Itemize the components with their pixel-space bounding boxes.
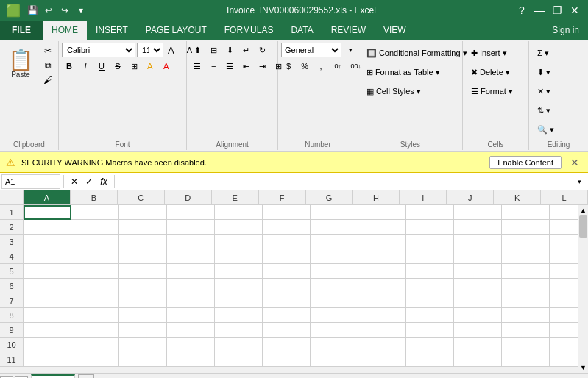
data-tab[interactable]: DATA bbox=[282, 21, 322, 40]
cell-I10[interactable] bbox=[406, 338, 454, 352]
cell-E7[interactable] bbox=[215, 293, 263, 308]
row-header-9[interactable]: 9 bbox=[0, 323, 24, 338]
cell-D7[interactable] bbox=[167, 293, 215, 308]
cell-A9[interactable] bbox=[24, 323, 71, 338]
autosum-btn[interactable]: Σ ▾ bbox=[532, 44, 559, 62]
delete-btn[interactable]: ✖ Delete ▾ bbox=[466, 63, 518, 81]
col-header-L[interactable]: L bbox=[541, 190, 588, 204]
cell-D1[interactable] bbox=[167, 205, 215, 220]
cell-I7[interactable] bbox=[406, 293, 454, 308]
font-color-btn[interactable]: A̲ bbox=[159, 59, 174, 74]
cell-L7[interactable] bbox=[550, 293, 578, 308]
borders-btn[interactable]: ⊞ bbox=[127, 59, 141, 74]
cell-B3[interactable] bbox=[71, 235, 119, 249]
cancel-formula-btn[interactable]: ✕ bbox=[67, 174, 82, 189]
align-bottom-btn[interactable]: ⬇ bbox=[222, 43, 237, 57]
cell-J8[interactable] bbox=[454, 308, 502, 323]
cell-L3[interactable] bbox=[550, 235, 578, 249]
cell-C4[interactable] bbox=[119, 249, 167, 264]
cell-H10[interactable] bbox=[358, 338, 406, 352]
cell-C11[interactable] bbox=[119, 352, 167, 367]
cell-A10[interactable] bbox=[24, 338, 71, 352]
col-header-K[interactable]: K bbox=[494, 190, 541, 204]
cell-A5[interactable] bbox=[24, 264, 71, 279]
scroll-track[interactable] bbox=[578, 215, 588, 363]
cell-D2[interactable] bbox=[167, 220, 215, 235]
cell-F4[interactable] bbox=[263, 249, 311, 264]
page-layout-tab[interactable]: PAGE LAYOUT bbox=[137, 21, 216, 40]
font-size-select[interactable]: 11 bbox=[137, 43, 163, 57]
cell-J2[interactable] bbox=[454, 220, 502, 235]
col-header-E[interactable]: E bbox=[212, 190, 259, 204]
strikethrough-btn[interactable]: S bbox=[110, 59, 125, 74]
cell-A8[interactable] bbox=[24, 308, 71, 323]
cell-J11[interactable] bbox=[454, 352, 502, 367]
cell-D4[interactable] bbox=[167, 249, 215, 264]
cell-H3[interactable] bbox=[358, 235, 406, 249]
corner-cell[interactable] bbox=[0, 190, 24, 204]
cell-K7[interactable] bbox=[502, 293, 550, 308]
minimize-btn[interactable]: — bbox=[532, 3, 547, 18]
cell-F5[interactable] bbox=[263, 264, 311, 279]
col-header-A[interactable]: A bbox=[24, 190, 71, 204]
cell-G3[interactable] bbox=[311, 235, 358, 249]
row-header-1[interactable]: 1 bbox=[0, 205, 24, 220]
cell-K9[interactable] bbox=[502, 323, 550, 338]
cell-B11[interactable] bbox=[71, 352, 119, 367]
cell-A3[interactable] bbox=[24, 235, 71, 249]
underline-btn[interactable]: U bbox=[94, 59, 109, 74]
cell-B1[interactable] bbox=[71, 205, 119, 220]
cell-L6[interactable] bbox=[550, 279, 578, 293]
cell-G11[interactable] bbox=[311, 352, 358, 367]
conditional-formatting-btn[interactable]: 🔲 Conditional Formatting ▾ bbox=[361, 44, 472, 62]
row-header-6[interactable]: 6 bbox=[0, 279, 24, 293]
col-header-F[interactable]: F bbox=[259, 190, 306, 204]
cell-L1[interactable] bbox=[550, 205, 578, 220]
format-as-table-btn[interactable]: ⊞ Format as Table ▾ bbox=[361, 63, 472, 81]
cell-E6[interactable] bbox=[215, 279, 263, 293]
signin-btn[interactable]: Sign in bbox=[543, 21, 588, 40]
cell-E3[interactable] bbox=[215, 235, 263, 249]
align-left-btn[interactable]: ☰ bbox=[190, 59, 205, 74]
cell-G4[interactable] bbox=[311, 249, 358, 264]
increase-decimal-btn[interactable]: .0↑ bbox=[330, 59, 344, 74]
align-top-btn[interactable]: ⬆ bbox=[190, 43, 205, 57]
cell-A1[interactable] bbox=[24, 205, 71, 220]
row-header-10[interactable]: 10 bbox=[0, 338, 24, 352]
cell-K1[interactable] bbox=[502, 205, 550, 220]
row-header-2[interactable]: 2 bbox=[0, 220, 24, 235]
cell-I3[interactable] bbox=[406, 235, 454, 249]
cell-D9[interactable] bbox=[167, 323, 215, 338]
cell-B8[interactable] bbox=[71, 308, 119, 323]
cell-F9[interactable] bbox=[263, 323, 311, 338]
cell-K2[interactable] bbox=[502, 220, 550, 235]
close-security-btn[interactable]: ✕ bbox=[567, 157, 582, 168]
cell-A4[interactable] bbox=[24, 249, 71, 264]
cell-E9[interactable] bbox=[215, 323, 263, 338]
cell-J7[interactable] bbox=[454, 293, 502, 308]
cell-L10[interactable] bbox=[550, 338, 578, 352]
fill-color-btn[interactable]: A̲ bbox=[143, 59, 157, 74]
percent-btn[interactable]: % bbox=[297, 59, 312, 74]
cell-C7[interactable] bbox=[119, 293, 167, 308]
indent-btn[interactable]: ⇥ bbox=[255, 59, 269, 74]
clear-btn[interactable]: ✕ ▾ bbox=[532, 82, 559, 100]
cell-I6[interactable] bbox=[406, 279, 454, 293]
col-header-D[interactable]: D bbox=[165, 190, 212, 204]
cell-G8[interactable] bbox=[311, 308, 358, 323]
cell-B5[interactable] bbox=[71, 264, 119, 279]
cell-I4[interactable] bbox=[406, 249, 454, 264]
row-header-4[interactable]: 4 bbox=[0, 249, 24, 264]
cell-B6[interactable] bbox=[71, 279, 119, 293]
bold-btn[interactable]: B bbox=[62, 59, 77, 74]
cell-I1[interactable] bbox=[406, 205, 454, 220]
cell-K4[interactable] bbox=[502, 249, 550, 264]
italic-btn[interactable]: I bbox=[78, 59, 93, 74]
cell-I5[interactable] bbox=[406, 264, 454, 279]
close-btn[interactable]: ✕ bbox=[567, 3, 582, 18]
cell-L9[interactable] bbox=[550, 323, 578, 338]
cell-C8[interactable] bbox=[119, 308, 167, 323]
save-quick-btn[interactable]: 💾 bbox=[25, 3, 40, 18]
cell-F6[interactable] bbox=[263, 279, 311, 293]
cell-J1[interactable] bbox=[454, 205, 502, 220]
